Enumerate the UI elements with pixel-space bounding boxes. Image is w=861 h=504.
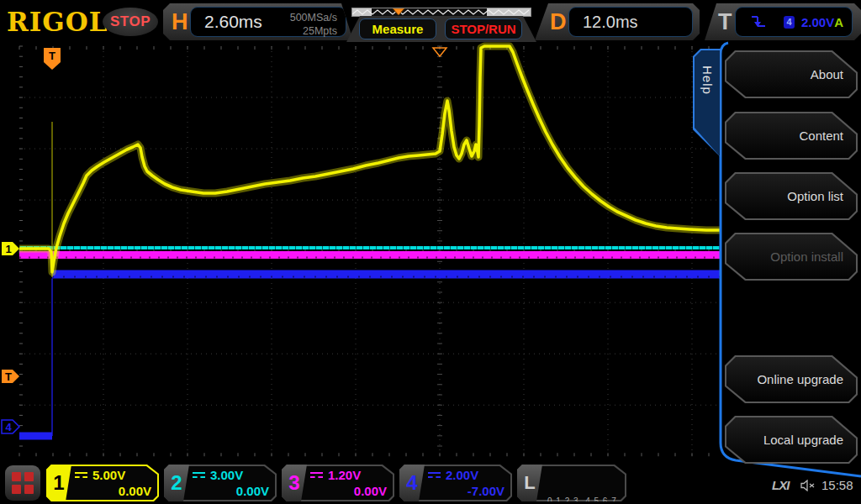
trigger-level-value: 2.00V [801,15,834,29]
menu-button-online-upgrade[interactable]: Online upgrade [725,355,858,403]
menu-button-local-upgrade[interactable]: Local upgrade [725,416,858,464]
menu-button-label: Online upgrade [757,372,856,386]
clock: 15:58 [821,478,853,492]
horizontal-position-indicator[interactable] [351,8,531,17]
acquisition-info: 500MSa/s 25Mpts [290,11,337,39]
memory-waveform-zigzag [352,8,531,16]
menu-button-content[interactable]: Content [725,112,858,160]
h-label: H [172,9,188,35]
help-tab-label: Help [700,66,715,95]
oscilloscope-screen: RIGOL STOP H 2.60ms 500MSa/s 25Mpts Meas… [0,0,861,504]
timebase-field[interactable]: 2.60ms 500MSa/s 25Mpts [190,7,346,37]
timebase-value: 2.60ms [204,12,262,32]
memory-depth: 25Mpts [290,24,337,38]
dc-coupling-icon [193,472,205,478]
logic-row-1: 0 1 2 3 4 5 6 7 [547,495,621,504]
d-label: D [550,9,567,35]
svg-text:1: 1 [5,243,11,255]
menu-button-label: Content [799,129,856,143]
menu-button-label: Option list [787,189,856,203]
lxi-logo: LXI [772,478,789,492]
delay-group[interactable]: D 12.0ms [535,3,700,40]
dc-coupling-icon [428,472,441,478]
trigger-mode: A [834,15,843,29]
delay-field[interactable]: 12.0ms [568,7,693,37]
menu-button-option-install[interactable]: Option install [725,233,858,281]
sample-rate: 500MSa/s [290,11,337,24]
menu-button-option-list[interactable]: Option list [725,172,858,220]
horizontal-group[interactable]: H 2.60ms 500MSa/s 25Mpts [163,3,353,40]
svg-text:T: T [5,370,12,383]
bottom-bar: 1 5.00V 0.00V 2 3.00V 0.00V 3 1.20V 0. [0,464,861,504]
dc-coupling-icon [75,472,87,478]
menu-button-about[interactable]: About [725,50,858,98]
t-label: T [718,9,732,35]
dc-coupling-icon [310,472,323,478]
svg-text:T: T [49,50,55,62]
measure-button[interactable]: Measure [359,18,436,39]
delay-value: 12.0ms [583,13,638,32]
menu-button-label: Option install [770,249,856,264]
trigger-group[interactable]: T 4 2.00V A [705,3,861,40]
stop-run-button[interactable]: STOP/RUN [445,18,522,39]
rigol-logo: RIGOL [7,7,108,37]
trigger-source-badge: 4 [784,16,795,29]
menu-button-label: Local upgrade [763,433,856,447]
menu-button-label: About [811,67,856,81]
top-bar: RIGOL STOP H 2.60ms 500MSa/s 25Mpts Meas… [0,0,861,42]
svg-text:4: 4 [5,421,12,433]
falling-edge-icon [749,13,765,31]
status-area: LXI 15:58 [0,478,861,495]
trigger-field[interactable]: 4 2.00V A [735,7,853,37]
sound-muted-icon [800,480,816,491]
acquisition-status-badge: STOP [103,8,158,36]
